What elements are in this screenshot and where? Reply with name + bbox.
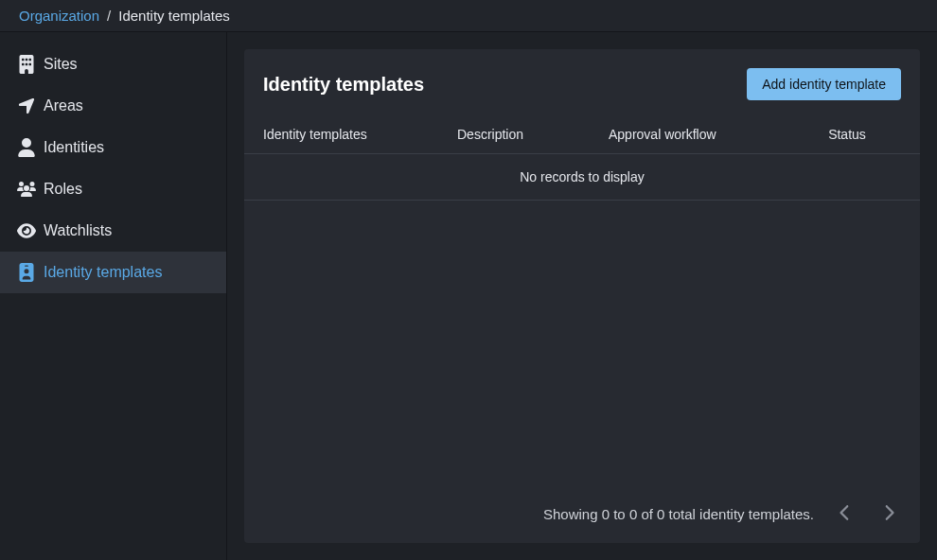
eye-icon (17, 221, 44, 240)
breadcrumb-root-link[interactable]: Organization (19, 8, 99, 24)
sidebar: Sites Areas Identities Roles Watchlists (0, 32, 227, 560)
next-page-button[interactable] (876, 500, 901, 528)
panel-header: Identity templates Add identity template (244, 49, 920, 115)
panel-body (244, 201, 920, 485)
id-badge-icon (17, 263, 44, 282)
panel-footer: Showing 0 to 0 of 0 total identity templ… (244, 485, 920, 543)
column-header-templates: Identity templates (263, 127, 457, 142)
page-title: Identity templates (263, 74, 424, 96)
users-icon (17, 180, 44, 199)
building-icon (17, 55, 44, 74)
sidebar-item-label: Roles (44, 181, 82, 198)
sidebar-item-roles[interactable]: Roles (0, 168, 226, 210)
sidebar-item-label: Areas (44, 97, 83, 114)
sidebar-item-identities[interactable]: Identities (0, 127, 226, 168)
empty-state-message: No records to display (244, 154, 920, 201)
column-header-approval: Approval workflow (609, 127, 793, 142)
column-header-description: Description (457, 127, 609, 142)
sidebar-item-sites[interactable]: Sites (0, 44, 226, 85)
sidebar-item-identity-templates[interactable]: Identity templates (0, 252, 226, 293)
chevron-right-icon (880, 504, 897, 524)
panel: Identity templates Add identity template… (244, 49, 920, 543)
breadcrumb: Organization / Identity templates (0, 0, 937, 32)
breadcrumb-current: Identity templates (118, 8, 230, 24)
pagination-summary: Showing 0 to 0 of 0 total identity templ… (543, 506, 814, 522)
sidebar-item-label: Identities (44, 139, 104, 156)
sidebar-item-watchlists[interactable]: Watchlists (0, 210, 226, 252)
sidebar-item-label: Sites (44, 56, 78, 73)
add-identity-template-button[interactable]: Add identity template (747, 68, 901, 100)
sidebar-item-label: Identity templates (44, 264, 162, 281)
location-arrow-icon (17, 96, 44, 115)
table-header-row: Identity templates Description Approval … (244, 115, 920, 154)
prev-page-button[interactable] (833, 500, 857, 528)
user-icon (17, 138, 44, 157)
main-content: Identity templates Add identity template… (227, 32, 937, 560)
breadcrumb-separator: / (107, 8, 111, 24)
sidebar-item-areas[interactable]: Areas (0, 85, 226, 127)
chevron-left-icon (837, 504, 854, 524)
column-header-status: Status (793, 127, 901, 142)
sidebar-item-label: Watchlists (44, 222, 112, 239)
